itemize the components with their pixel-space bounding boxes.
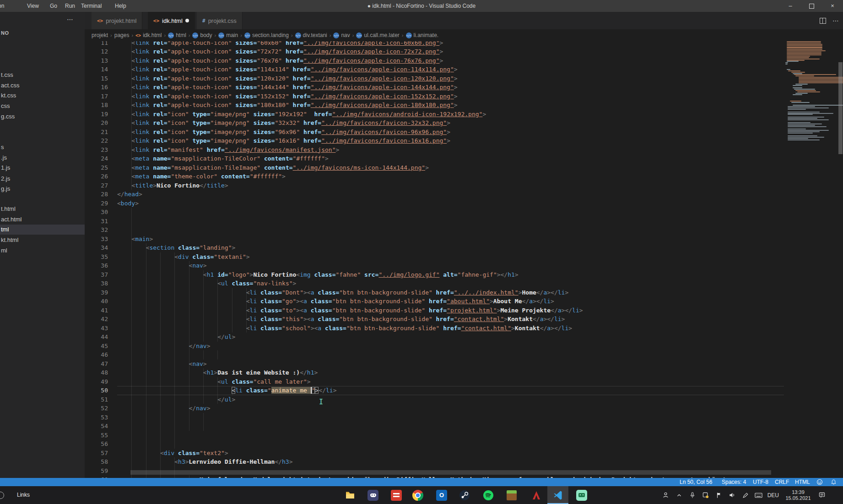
line-number[interactable]: 52: [85, 404, 108, 413]
code-line-41[interactable]: 41 <li class="to"><a class="btn btn-back…: [85, 306, 784, 315]
clock[interactable]: 13:39 15.05.2021: [783, 489, 813, 501]
code-line-31[interactable]: 31: [85, 217, 784, 226]
split-editor-icon[interactable]: [820, 18, 826, 24]
sidebar-file-.js[interactable]: .js: [0, 153, 85, 163]
keyboard-icon[interactable]: [754, 491, 763, 500]
menu-view[interactable]: View: [26, 0, 40, 12]
code-line-56[interactable]: 56: [85, 440, 784, 449]
code-line-58[interactable]: 58 <h3>Lernvideo Diffie-Hellman</h3>: [85, 457, 784, 466]
editor-more-actions-icon[interactable]: ⋯: [832, 17, 839, 24]
unsaved-dot-icon[interactable]: [185, 19, 189, 22]
speaker-icon[interactable]: [728, 491, 737, 500]
status-spaces[interactable]: Spaces: 4: [722, 478, 746, 486]
line-number[interactable]: 30: [85, 208, 108, 217]
line-number[interactable]: 32: [85, 225, 108, 235]
code-line-16[interactable]: 16 <link rel="apple-touch-icon" sizes="1…: [85, 83, 784, 92]
line-number[interactable]: 59: [85, 466, 108, 476]
line-number[interactable]: 39: [85, 288, 108, 297]
minimize-button[interactable]: –: [780, 0, 801, 12]
taskbar-app-file-explorer-icon[interactable]: [340, 486, 361, 504]
feedback-smiley-icon[interactable]: [816, 478, 823, 486]
line-number[interactable]: 46: [85, 350, 108, 359]
code-line-37[interactable]: 37 <h1 id="logo">Nico Fortino<img class=…: [85, 270, 784, 279]
code-line-28[interactable]: 28</head>: [85, 190, 784, 199]
explorer-more-actions-icon[interactable]: ⋯: [67, 16, 74, 23]
code-line-14[interactable]: 14 <link rel="apple-touch-icon" sizes="1…: [85, 65, 784, 74]
code-line-44[interactable]: 44 </ul>: [85, 332, 784, 342]
line-number[interactable]: 35: [85, 252, 108, 262]
line-number[interactable]: 18: [85, 101, 108, 110]
code-line-42[interactable]: 42 <li class="this"><a class="btn btn-ba…: [85, 315, 784, 324]
line-number[interactable]: 36: [85, 261, 108, 270]
taskbar-app-green-chat-icon[interactable]: [571, 486, 592, 504]
taskbar-app-spotify-icon[interactable]: [478, 486, 499, 504]
sidebar-file-t.css[interactable]: t.css: [0, 70, 85, 80]
breadcrumb-symbol-html[interactable]: html: [176, 32, 186, 38]
code-line-35[interactable]: 35 <div class="textani">: [85, 252, 784, 262]
line-number[interactable]: 37: [85, 270, 108, 279]
line-number[interactable]: 45: [85, 342, 108, 351]
taskbar-app-minecraft-icon[interactable]: [501, 486, 522, 504]
code-line-22[interactable]: 22 <link rel="icon" type="image/png" siz…: [85, 136, 784, 145]
breadcrumb-symbol-li.animate.[interactable]: li.animate.: [414, 32, 439, 38]
code-line-12[interactable]: 12 <link rel="apple-touch-icon" sizes="7…: [85, 47, 784, 56]
sidebar-file-act.css[interactable]: act.css: [0, 80, 85, 91]
taskbar-app-steam-icon[interactable]: [454, 486, 475, 504]
code-line-51[interactable]: 51 </ul>: [85, 395, 784, 404]
code-editor[interactable]: 11 <link rel="apple-touch-icon" sizes="6…: [85, 41, 843, 478]
code-line-40[interactable]: 40 <li class="go"><a class="btn btn-back…: [85, 297, 784, 306]
sidebar-file-css[interactable]: css: [0, 101, 85, 111]
code-line-29[interactable]: 29<body>: [85, 199, 784, 208]
sidebar-file-g.css[interactable]: g.css: [0, 112, 85, 122]
code-line-19[interactable]: 19 <link rel="icon" type="image/png" siz…: [85, 110, 784, 119]
menu-go[interactable]: Go: [49, 0, 58, 12]
horizontal-scrollbar[interactable]: [130, 470, 771, 475]
line-number[interactable]: 29: [85, 199, 108, 208]
code-line-33[interactable]: 33 <main>: [85, 235, 784, 244]
line-number[interactable]: 43: [85, 324, 108, 333]
close-button[interactable]: ×: [822, 0, 843, 12]
minimap[interactable]: [784, 41, 838, 478]
app-update-icon[interactable]: [701, 491, 710, 500]
status-utf8[interactable]: UTF-8: [753, 478, 768, 486]
code-line-18[interactable]: 18 <link rel="apple-touch-icon" sizes="1…: [85, 101, 784, 110]
line-number[interactable]: 31: [85, 217, 108, 226]
code-line-54[interactable]: 54: [85, 422, 784, 431]
sidebar-file-ml[interactable]: ml: [0, 246, 85, 256]
line-number[interactable]: 54: [85, 422, 108, 431]
code-line-46[interactable]: 46: [85, 350, 784, 359]
menu-terminal[interactable]: Terminal: [80, 0, 103, 12]
taskbar-app-red-media-app-icon[interactable]: [386, 486, 407, 504]
taskbar-app-chrome-icon[interactable]: [407, 486, 428, 504]
line-number[interactable]: 16: [85, 83, 108, 92]
sidebar-file-t.html[interactable]: t.html: [0, 204, 85, 214]
line-number[interactable]: 11: [85, 41, 108, 47]
code-line-48[interactable]: 48 <h1>Das ist eine Website :)</h1>: [85, 368, 784, 377]
sidebar-file-s[interactable]: s: [0, 142, 85, 152]
line-number[interactable]: 51: [85, 395, 108, 404]
menu-selection[interactable]: Selection: [0, 0, 5, 12]
breadcrumb-file[interactable]: idk.html: [143, 32, 162, 38]
line-number[interactable]: 19: [85, 110, 108, 119]
breadcrumb-projekt[interactable]: projekt: [92, 32, 108, 38]
line-number[interactable]: 58: [85, 457, 108, 466]
line-number[interactable]: 17: [85, 92, 108, 101]
sidebar-file-kt.html[interactable]: kt.html: [0, 235, 85, 245]
line-number[interactable]: 12: [85, 47, 108, 56]
code-line-27[interactable]: 27 <title>Nico Fortino</title>: [85, 181, 784, 190]
code-line-23[interactable]: 23 <link rel="manifest" href="../img/fav…: [85, 145, 784, 155]
menu-help[interactable]: Help: [114, 0, 127, 12]
line-number[interactable]: 42: [85, 315, 108, 324]
code-line-30[interactable]: 30: [85, 208, 784, 217]
breadcrumb-symbol-div.textani[interactable]: div.textani: [303, 32, 327, 38]
code-line-52[interactable]: 52 </nav>: [85, 404, 784, 413]
notifications-bell-icon[interactable]: [831, 478, 837, 486]
breadcrumb-symbol-main[interactable]: main: [226, 32, 238, 38]
code-line-47[interactable]: 47 <nav>: [85, 359, 784, 369]
scrollbar-thumb[interactable]: [838, 62, 843, 154]
line-number[interactable]: 50: [85, 386, 108, 395]
action-center-icon[interactable]: [817, 491, 827, 500]
sidebar-file-g.js[interactable]: g.js: [0, 184, 85, 194]
line-number[interactable]: 47: [85, 359, 108, 369]
code-line-55[interactable]: 55: [85, 431, 784, 440]
